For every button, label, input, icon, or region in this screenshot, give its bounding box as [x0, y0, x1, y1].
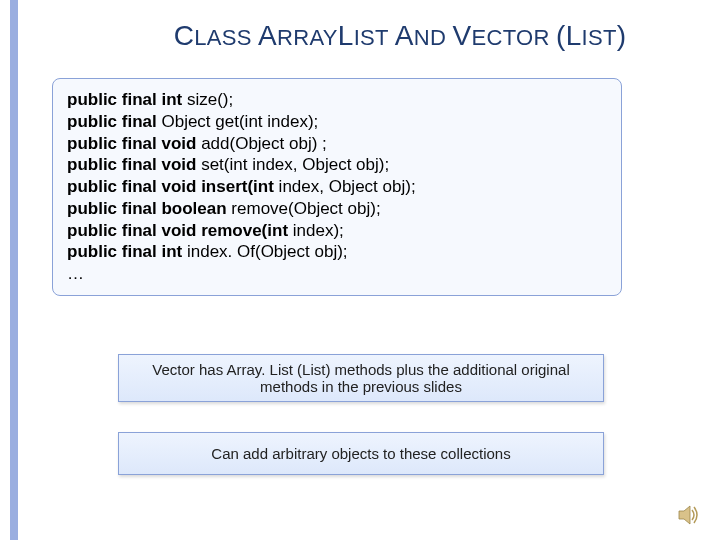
- title-part: C: [174, 20, 195, 51]
- title-part: IST: [354, 25, 395, 50]
- left-accent-bar: [10, 0, 18, 540]
- title-part: V: [453, 20, 472, 51]
- info-box-vector-note: Vector has Array. List (List) methods pl…: [118, 354, 604, 402]
- title-part: L: [338, 20, 354, 51]
- code-line: public final int index. Of(Object obj);: [67, 241, 607, 263]
- code-box: public final int size(); public final Ob…: [52, 78, 622, 296]
- title-part: ): [617, 20, 627, 51]
- title-part: IST: [582, 25, 617, 50]
- code-line: public final void set(int index, Object …: [67, 154, 607, 176]
- code-line: public final void remove(int index);: [67, 220, 607, 242]
- title-part: A: [395, 20, 414, 51]
- title-part: (: [556, 20, 566, 51]
- speaker-icon: [678, 504, 702, 526]
- code-line: public final Object get(int index);: [67, 111, 607, 133]
- title-part: A: [258, 20, 277, 51]
- info-text: Can add arbitrary objects to these colle…: [211, 445, 510, 462]
- svg-marker-0: [679, 506, 690, 524]
- title-part: LASS: [194, 25, 258, 50]
- title-part: ECTOR: [472, 25, 557, 50]
- title-container: CLASS ARRAYLIST AND VECTOR (LIST): [110, 20, 690, 52]
- slide: CLASS ARRAYLIST AND VECTOR (LIST) public…: [0, 0, 720, 540]
- code-line: public final boolean remove(Object obj);: [67, 198, 607, 220]
- code-line: public final int size();: [67, 89, 607, 111]
- slide-title: CLASS ARRAYLIST AND VECTOR (LIST): [174, 21, 627, 51]
- code-line: …: [67, 263, 607, 285]
- title-part: L: [566, 20, 582, 51]
- title-part: ND: [414, 25, 453, 50]
- info-text: methods in the previous slides: [129, 378, 593, 395]
- code-line: public final void insert(int index, Obje…: [67, 176, 607, 198]
- info-text: Vector has Array. List (List) methods pl…: [129, 361, 593, 378]
- title-part: RRAY: [277, 25, 338, 50]
- info-box-arbitrary-note: Can add arbitrary objects to these colle…: [118, 432, 604, 475]
- code-line: public final void add(Object obj) ;: [67, 133, 607, 155]
